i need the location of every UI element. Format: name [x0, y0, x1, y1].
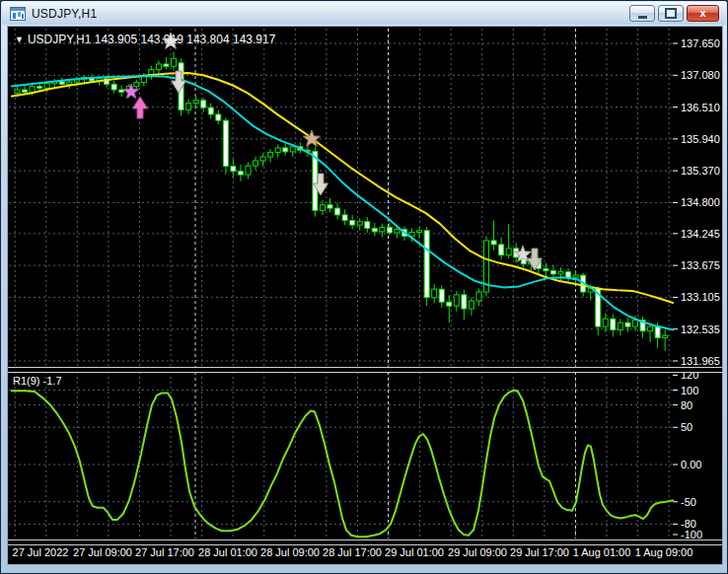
indicator-label: R1(9) -1.7	[13, 375, 62, 387]
minimize-icon	[638, 16, 647, 19]
price-axis-label: 137.650	[681, 37, 720, 49]
oscillator-axis-label: 0.00	[681, 459, 701, 470]
header-symbol: USDJPY,H1	[28, 33, 91, 46]
header-low: 143.804	[186, 33, 229, 46]
price-axis-label: 134.245	[681, 228, 720, 240]
price-axis-label: 136.510	[681, 102, 720, 113]
panel-divider[interactable]	[8, 367, 722, 373]
oscillator-axis-label: -50	[681, 496, 696, 508]
header-open: 143.905	[95, 33, 137, 46]
close-button[interactable]: x	[687, 5, 719, 22]
time-axis-label: 28 Jul 17:00	[323, 546, 382, 558]
price-axis-label: 135.940	[681, 133, 720, 145]
timeaxis-divider	[8, 539, 722, 545]
oscillator-axis-label: 100	[681, 385, 698, 396]
price-axis-label: 137.080	[681, 69, 720, 81]
price-axis-label: 135.370	[681, 165, 720, 177]
titlebar[interactable]: USDJPY,H1	[2, 2, 726, 25]
header-high: 143.919	[140, 33, 182, 46]
time-axis-label: 27 Jul 17:00	[135, 546, 194, 558]
time-axis-label: 29 Jul 01:00	[385, 546, 444, 558]
price-axis-label: 134.800	[681, 196, 720, 208]
oscillator-axis-label: 50	[681, 421, 692, 433]
time-axis-label: 28 Jul 01:00	[198, 546, 257, 558]
time-axis-label: 29 Jul 17:00	[510, 546, 569, 558]
price-axis-label: 133.105	[681, 291, 720, 303]
time-axis-label: 1 Aug 01:00	[573, 546, 631, 558]
time-axis-label: 1 Aug 09:00	[635, 546, 693, 558]
restore-icon	[665, 8, 677, 19]
header-close: 143.917	[233, 33, 275, 46]
ohlc-readout[interactable]: ▼USDJPY,H1 143.905 143.919 143.804 143.9…	[15, 33, 275, 46]
time-axis-label: 29 Jul 09:00	[448, 546, 507, 558]
chart-client-area[interactable]	[7, 26, 723, 565]
window-title: USDJPY,H1	[32, 7, 97, 21]
restore-button[interactable]	[658, 5, 684, 22]
time-axis-label: 28 Jul 09:00	[260, 546, 320, 558]
oscillator-axis-label: 80	[681, 399, 692, 411]
close-icon: x	[699, 8, 705, 19]
minimize-button[interactable]	[629, 5, 655, 22]
time-axis-label: 27 Jul 2022	[13, 546, 69, 558]
price-axis-label: 132.535	[681, 323, 720, 335]
price-axis-label: 133.675	[681, 259, 720, 271]
chart-window: USDJPY,H1 x ▼USDJPY,H1 143.905 143.919 1…	[0, 0, 728, 574]
time-axis-label: 27 Jul 09:00	[73, 546, 132, 558]
chart-window-icon	[10, 7, 26, 21]
price-axis-label: 131.965	[681, 355, 720, 367]
collapse-triangle-icon[interactable]: ▼	[15, 35, 24, 44]
